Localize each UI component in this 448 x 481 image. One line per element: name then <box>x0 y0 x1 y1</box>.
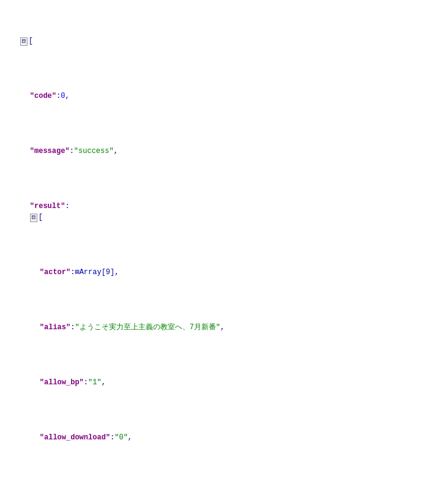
alias-key: "alias" <box>40 323 70 332</box>
allow-bp-value: "1" <box>88 378 102 387</box>
message-value: "success" <box>74 147 114 155</box>
allow-bp-key: "allow_bp" <box>40 378 84 387</box>
result-key: "result" <box>30 202 65 211</box>
actor-key: "actor" <box>40 268 70 277</box>
allow-download-value: "0" <box>114 433 128 442</box>
message-key: "message" <box>30 147 70 155</box>
alias-value: "ようこそ実力至上主義の教室へ、7月新番" <box>75 323 220 332</box>
json-viewer: ⊟[ "code":0, "message":"success", "resul… <box>2 2 446 481</box>
code-key: "code" <box>30 92 56 100</box>
root-collapse-btn[interactable]: ⊟ <box>20 37 28 46</box>
allow-download-key: "allow_download" <box>40 433 110 442</box>
result-collapse-btn[interactable]: ⊟ <box>30 214 37 222</box>
actor-value[interactable]: ⊞Array[9] <box>75 268 114 277</box>
